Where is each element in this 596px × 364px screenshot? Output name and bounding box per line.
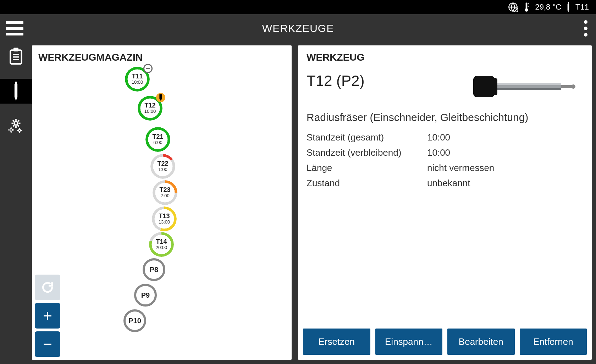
detail-title: WERKZEUG (307, 52, 583, 63)
slot-label: T13 (159, 213, 170, 219)
zoom-in-button[interactable]: + (35, 303, 60, 329)
magazine-slot-t13[interactable]: T1313:00 (152, 206, 177, 231)
active-tool-value: T11 (575, 2, 589, 12)
zoom-reset-button[interactable] (35, 275, 60, 300)
slot-time: 6:00 (153, 140, 162, 145)
svg-rect-40 (473, 76, 495, 97)
magazine-slot-p9[interactable]: P9 (134, 284, 157, 307)
svg-rect-9 (568, 4, 569, 11)
content-area: WERKZEUGMAGAZIN T1110:00T1210:00T216:00T… (32, 43, 596, 364)
svg-point-46 (571, 84, 575, 89)
prop-zustand-value: unbekannt (427, 178, 470, 189)
einspannen-button[interactable]: Einspann… (375, 329, 443, 355)
slot-label: T11 (132, 73, 143, 79)
slot-time: 13:00 (159, 219, 170, 225)
svg-point-4 (525, 9, 528, 12)
slot-label: P10 (128, 317, 141, 324)
tool-description: Radiusfräser (Einschneider, Gleitbeschic… (307, 111, 583, 123)
svg-rect-45 (561, 85, 572, 88)
slot-label: T22 (157, 160, 168, 167)
active-tool-icon (566, 2, 570, 12)
svg-rect-43 (497, 83, 561, 85)
svg-rect-16 (15, 82, 17, 84)
svg-rect-38 (159, 94, 162, 99)
slot-time: 10:00 (144, 109, 156, 114)
slot-label: T12 (144, 102, 155, 109)
svg-point-19 (14, 122, 18, 125)
magazine-arc: T1110:00T1210:00T216:00T221:00T232:00T13… (38, 65, 287, 355)
svg-marker-18 (15, 97, 17, 101)
prop-standzeit-verbleibend-value: 10:00 (427, 147, 450, 158)
slot-time: 20:00 (156, 245, 167, 250)
svg-line-27 (13, 125, 14, 127)
tool-detail-panel: WERKZEUG T12 (P2) (298, 45, 592, 360)
magazine-slot-t12[interactable]: T1210:00 (138, 96, 162, 121)
sidebar (0, 43, 32, 364)
tool-name: T12 (P2) (307, 72, 364, 89)
svg-rect-3 (526, 2, 528, 9)
magazine-slot-p10[interactable]: P10 (123, 309, 146, 332)
page-title: WERKZEUGE (262, 22, 334, 34)
svg-marker-39 (159, 99, 162, 101)
status-bar: 29,8 °C T11 (0, 0, 596, 14)
prop-standzeit-verbleibend-label: Standzeit (verbleibend) (307, 147, 427, 158)
svg-rect-44 (497, 88, 561, 90)
slot-time: 1:00 (158, 167, 167, 172)
slot-label: T23 (159, 187, 170, 193)
svg-point-28 (10, 129, 12, 131)
svg-rect-17 (15, 84, 17, 97)
magazine-title: WERKZEUGMAGAZIN (38, 52, 287, 63)
slot-label: P8 (150, 266, 158, 273)
temperature-value: 29,8 °C (535, 2, 561, 12)
entfernen-button[interactable]: Entfernen (520, 329, 587, 355)
svg-line-26 (18, 120, 19, 122)
slot-label: T14 (156, 238, 167, 245)
ersetzen-button[interactable]: Ersetzen (303, 329, 370, 355)
bearbeiten-button[interactable]: Bearbeiten (447, 329, 515, 355)
zoom-controls: + − (35, 275, 60, 357)
prop-laenge-value: nicht vermessen (427, 162, 494, 173)
sidebar-item-jobs[interactable] (0, 44, 32, 69)
svg-marker-10 (568, 10, 569, 12)
slot-time: 10:00 (132, 79, 143, 85)
thermometer-icon (523, 2, 530, 12)
tool-magazine-panel: WERKZEUGMAGAZIN T1110:00T1210:00T216:00T… (32, 45, 292, 360)
prop-zustand-label: Zustand (307, 178, 427, 189)
svg-line-24 (13, 120, 14, 122)
svg-point-33 (18, 129, 21, 132)
title-bar: WERKZEUGE (0, 14, 596, 43)
slot-time: 2:00 (160, 193, 169, 199)
sidebar-item-settings[interactable] (0, 114, 32, 138)
tool-warn-icon (156, 93, 165, 102)
minus-icon (143, 64, 153, 73)
svg-rect-8 (568, 2, 569, 4)
svg-rect-41 (492, 78, 497, 95)
sidebar-item-tools[interactable] (0, 79, 32, 104)
prop-standzeit-gesamt-label: Standzeit (gesamt) (307, 132, 427, 143)
more-icon[interactable] (584, 20, 587, 37)
slot-label: T21 (152, 133, 163, 140)
action-bar: Ersetzen Einspann… Bearbeiten Entfernen (303, 329, 587, 355)
menu-icon[interactable] (6, 21, 23, 35)
magazine-slot-t11[interactable]: T1110:00 (125, 67, 150, 92)
svg-line-25 (18, 125, 19, 127)
globe-no-network-icon (508, 2, 518, 12)
prop-standzeit-gesamt-value: 10:00 (427, 132, 450, 143)
svg-rect-12 (13, 48, 18, 52)
tool-properties: Standzeit (gesamt) 10:00 Standzeit (verb… (307, 132, 583, 193)
magazine-slot-p8[interactable]: P8 (143, 258, 165, 281)
magazine-slot-t23[interactable]: T232:00 (153, 180, 177, 205)
magazine-slot-t21[interactable]: T216:00 (145, 127, 170, 152)
magazine-slot-t22[interactable]: T221:00 (150, 154, 175, 179)
tool-graphic (379, 72, 583, 101)
slot-label: P9 (141, 292, 150, 299)
magazine-slot-t14[interactable]: T1420:00 (149, 232, 174, 257)
prop-laenge-label: Länge (307, 162, 427, 173)
zoom-out-button[interactable]: − (35, 331, 60, 357)
